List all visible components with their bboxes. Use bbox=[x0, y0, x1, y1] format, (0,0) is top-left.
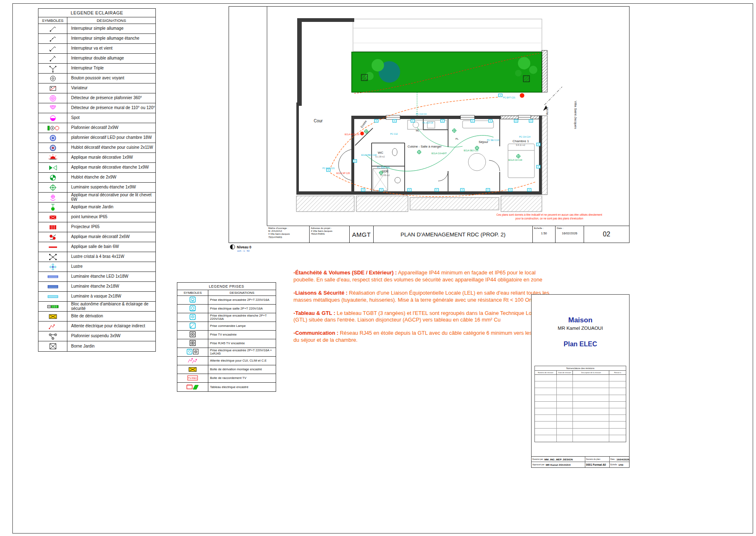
echelle-value: 1:50 bbox=[534, 231, 554, 235]
legend-header: SYMBOLES DESIGNATIONS bbox=[38, 17, 155, 24]
legend-row: Applique murale décorative étanche 1x9W bbox=[38, 163, 155, 173]
spot-icon bbox=[38, 113, 67, 123]
legend-designation: Luminaire à vasque 2x18W bbox=[67, 292, 155, 301]
legend-row: Prise commandée Lampe bbox=[177, 322, 276, 331]
int-double-icon bbox=[38, 54, 67, 63]
legend-row: Prise TV encastrée bbox=[177, 331, 276, 339]
legend-eclairage-title: LEGENDE ECLAIRAGE bbox=[38, 9, 155, 17]
room-label: S:1.95 m2 bbox=[380, 174, 390, 176]
legend-designation: Boite de dérivation montage encastré bbox=[208, 365, 276, 374]
col-symbols-label: SYMBOLES bbox=[177, 290, 208, 295]
tv-rec-icon: TV-REC bbox=[177, 374, 208, 382]
note-heading: -Tableau & GTL : bbox=[293, 310, 335, 316]
level-scale: ech : 1 : 50 bbox=[237, 250, 251, 252]
prise-rj45tv-icon bbox=[177, 339, 208, 348]
legend-designation: Prise électrique saille 2P+T 220V/16A bbox=[208, 305, 276, 313]
maitre-ouvrage-cell: Maître d'ouvrage : M. ZOUAOUI4 Villa Sai… bbox=[267, 226, 310, 243]
rev-col-header: Numéro de révision bbox=[535, 371, 557, 374]
legend-row: Bite de dérivation bbox=[38, 312, 155, 322]
legend-designation: Luminaire étanche 2x18W bbox=[67, 282, 155, 291]
legend-row: Applique murale décorative 1x9W bbox=[38, 153, 155, 163]
note-heading: -Communication : bbox=[293, 330, 339, 336]
revision-table-title: Nomenclature des révisions bbox=[535, 366, 626, 371]
plan-disclaimer-line1: Ces plans sont donnés à titre indicatif … bbox=[496, 213, 602, 217]
legend-designation: Lustre cristal à 4 bras 4x11W bbox=[67, 252, 155, 262]
circuit-tag: PC EXT C21 bbox=[322, 167, 335, 169]
legend-row: Tableau électrique encastré bbox=[177, 383, 276, 391]
room-label: S:8.11 m2 bbox=[516, 144, 525, 146]
adresse-projet-cell: Adresse du projet : 4 Villa Saint-Jacque… bbox=[310, 226, 350, 243]
legend-row: Luminaire étanche 2x18W bbox=[38, 282, 155, 292]
basin bbox=[395, 177, 401, 183]
revision-table-body bbox=[535, 375, 626, 442]
legend-designation: Interrupteur simple allumage étanche bbox=[67, 34, 155, 43]
legend-row: Luminaire étanche LED 1x18W bbox=[38, 272, 155, 282]
approved-by-value: MR Kamel ZOUAOUI bbox=[546, 463, 570, 466]
rev-empty-row bbox=[535, 388, 626, 395]
legend-designation: Prise TV encastrée bbox=[208, 331, 276, 339]
legend-designation: Bite de dérivation bbox=[67, 312, 155, 321]
legend-designation: Luminaire étanche LED 1x18W bbox=[67, 272, 155, 281]
date-label: Date : bbox=[557, 227, 582, 229]
legend-row: Plafonnier suspendu 3x9W bbox=[38, 331, 155, 341]
circuit-tag: PC CUI C4 bbox=[416, 113, 427, 115]
prise-saille-icon bbox=[177, 305, 208, 313]
legend-designation: Prise RJ45 TV encastrée bbox=[208, 339, 276, 348]
adresse-projet-lines: 4 Villa Saint-Jacques75014 PARIS bbox=[311, 230, 348, 236]
point-ip65-icon bbox=[38, 212, 67, 222]
legend-designation: Spot bbox=[67, 113, 155, 123]
plaf-susp-3x9-icon bbox=[38, 331, 67, 341]
date-cell: Date : 16/02/2026 bbox=[556, 226, 584, 243]
plan-code: AMGT bbox=[350, 226, 374, 243]
int-simple-icon bbox=[38, 24, 67, 33]
plan-title-block: Maître d'ouvrage : M. ZOUAOUI4 Villa Sai… bbox=[267, 226, 629, 243]
lustre-icon bbox=[38, 262, 67, 272]
legend-row: Attente électrique pour CUI, CLIM et C.E bbox=[177, 357, 276, 365]
toilet bbox=[392, 148, 397, 156]
date-value: 16/02/2026 bbox=[557, 231, 582, 235]
app-et-1x9-icon bbox=[38, 163, 67, 172]
card-scale-value: 1/50 bbox=[618, 463, 623, 466]
app-jardin-icon bbox=[38, 202, 67, 212]
legend-designation: Attente électrique pour éclairage indire… bbox=[67, 322, 155, 331]
drawn-by-cell: Dessiné par:MM_ING_MEP_DESIGN bbox=[532, 457, 585, 462]
legend-row: Interrupteur simple allumage bbox=[38, 24, 155, 34]
approval-block: Dessiné par:MM_ING_MEP_DESIGN Numéro du … bbox=[532, 456, 629, 467]
svg-text:TV-REC: TV-REC bbox=[188, 377, 198, 379]
floor-plan: CourEntréeWCS:1.39 m2SDES:1.95 m2Cuisine… bbox=[229, 7, 629, 226]
note-paragraph: -Tableau & GTL : Le tableau TGBT (3 rang… bbox=[293, 310, 553, 324]
lustre-cristal-icon bbox=[38, 252, 67, 262]
circuit-tag: ECLA EXT C20 bbox=[345, 133, 360, 136]
legend-eclairage-rows: Interrupteur simple allumageInterrupteur… bbox=[38, 24, 155, 351]
hublot-et-icon bbox=[38, 173, 67, 182]
det-360-icon bbox=[38, 93, 67, 103]
circuit-tag: PC C12 bbox=[390, 133, 398, 135]
room-label: Villa Saint-Jacques bbox=[574, 101, 577, 129]
legend-designation: Applique murale décorative étanche 1x9W bbox=[67, 163, 155, 172]
legend-designation: Applique murale Jardin bbox=[67, 202, 155, 212]
level-icon bbox=[230, 244, 235, 250]
level-marker: Niveau 0 ech : 1 : 50 bbox=[230, 244, 251, 252]
legend-designation: Boite de raccordement TV bbox=[208, 374, 276, 382]
legend-designation: Applique mural décorative pour de lit ch… bbox=[67, 193, 155, 202]
card-date-value: 16/04/2026 bbox=[617, 458, 629, 461]
echelle-label: Echelle : bbox=[534, 227, 554, 229]
legend-row: Applique salle de bain 6W bbox=[38, 242, 155, 252]
circuit-tag: PC EXT C21 bbox=[503, 96, 515, 99]
legend-designation: Plafonnier décoratif 2x9W bbox=[67, 123, 155, 133]
card-scale-label: Echelle: bbox=[611, 464, 618, 466]
legend-row: Bouton poussoir avec voyant bbox=[38, 74, 155, 83]
legend-row: plafonnier décoratif LED pour chambre 18… bbox=[38, 133, 155, 143]
boite-deriv-icon bbox=[38, 312, 67, 321]
legend-designation: Projecteur IP65 bbox=[67, 222, 155, 232]
legend-designation: Bloc autonôme d'ambiance & éclairage de … bbox=[67, 302, 155, 311]
proj-ip65-icon bbox=[38, 222, 67, 232]
circuit-tag: PC SEJ C13 bbox=[487, 139, 499, 141]
room-label: Accès bbox=[546, 107, 549, 115]
legend-row: Luminaire suspendu étanche 1x9W bbox=[38, 183, 155, 193]
plan-number-label-cell: Numéro du plan: bbox=[585, 457, 610, 462]
circuit-tag: ECLA SP C25 bbox=[336, 172, 350, 174]
legend-designation: Plafonnier suspendu 3x9W bbox=[67, 331, 155, 341]
attente-cui-icon bbox=[177, 357, 208, 365]
prise-enc-icon bbox=[177, 296, 208, 304]
